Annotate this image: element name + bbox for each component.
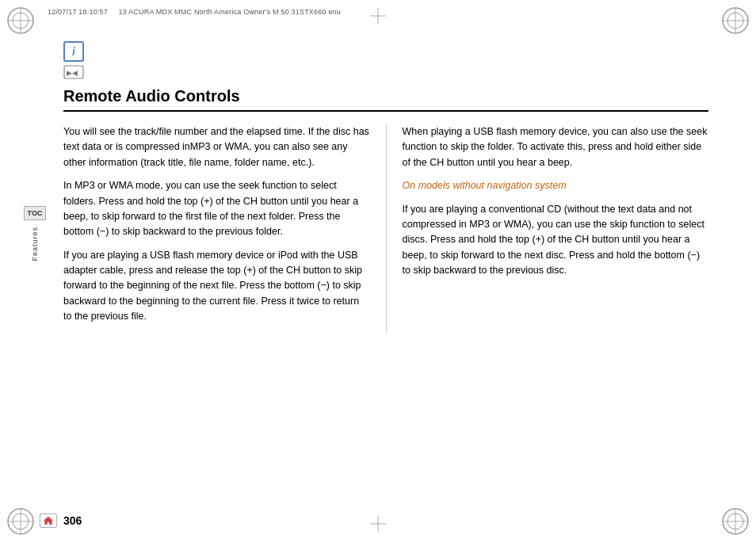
- right-column: When playing a USB flash memory device, …: [387, 124, 709, 333]
- toc-features-label: Features: [31, 227, 39, 261]
- toc-sidebar: TOC Features: [24, 206, 46, 261]
- top-metadata: 12/07/17 18:10:57 13 ACURA MDX MMC North…: [48, 8, 341, 16]
- left-para-3: If you are playing a USB flash memory de…: [63, 248, 370, 325]
- info-icon: i: [63, 41, 84, 62]
- page-title: Remote Audio Controls: [63, 87, 708, 112]
- center-cross-top: [370, 8, 386, 26]
- svg-marker-22: [44, 517, 53, 525]
- home-icon-container[interactable]: [40, 513, 57, 528]
- bottom-bar: 306: [40, 513, 716, 528]
- corner-tl: [6, 6, 35, 35]
- left-column: You will see the track/file number and t…: [63, 124, 387, 333]
- corner-tr: [721, 6, 750, 35]
- right-para-1: When playing a USB flash memory device, …: [403, 124, 709, 170]
- corner-bl: [6, 507, 35, 536]
- two-column-layout: You will see the track/file number and t…: [63, 124, 708, 333]
- home-icon[interactable]: [40, 513, 57, 528]
- main-content: i ▶◀ Remote Audio Controls You will see …: [63, 41, 708, 333]
- icon-row: i ▶◀: [63, 41, 708, 79]
- left-para-2: In MP3 or WMA mode, you can use the seek…: [63, 178, 370, 240]
- italic-heading: On models without navigation system: [403, 178, 709, 193]
- document-id: 13 ACURA MDX MMC North America Owner's M…: [118, 8, 341, 16]
- right-para-2: If you are playing a conventional CD (wi…: [403, 202, 709, 279]
- audio-icon: ▶◀: [63, 65, 84, 79]
- toc-box[interactable]: TOC: [24, 206, 47, 220]
- left-para-1: You will see the track/file number and t…: [63, 124, 370, 170]
- page-number: 306: [63, 514, 82, 527]
- timestamp: 12/07/17 18:10:57: [48, 8, 108, 16]
- svg-text:▶◀: ▶◀: [67, 69, 78, 77]
- corner-br: [721, 507, 750, 536]
- page: 12/07/17 18:10:57 13 ACURA MDX MMC North…: [0, 0, 756, 542]
